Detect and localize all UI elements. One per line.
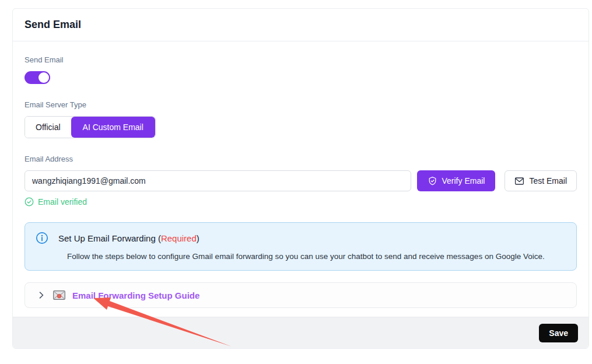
- server-type-option-official[interactable]: Official: [25, 117, 71, 138]
- email-verified-status: Email verified: [24, 197, 577, 206]
- email-verified-text: Email verified: [38, 197, 87, 206]
- test-email-button[interactable]: Test Email: [505, 170, 577, 191]
- send-email-toggle[interactable]: [24, 71, 50, 84]
- card-header: Send Email: [13, 9, 589, 41]
- send-email-toggle-label: Send Email: [24, 55, 577, 64]
- send-email-card: Send Email Send Email Email Server Type …: [12, 8, 589, 349]
- email-row: Verify Email Test Email: [24, 170, 577, 191]
- card-footer: Save: [13, 317, 589, 348]
- alert-body-text: Follow the steps below to configure Gmai…: [67, 252, 566, 261]
- info-icon: [36, 232, 48, 244]
- verify-email-button[interactable]: Verify Email: [417, 170, 496, 191]
- guide-title[interactable]: Email Forwarding Setup Guide: [72, 290, 199, 300]
- email-forwarding-guide-row[interactable]: Email Forwarding Setup Guide: [24, 282, 577, 308]
- email-address-label: Email Address: [24, 155, 577, 163]
- server-type-option-ai-custom[interactable]: AI Custom Email: [71, 117, 155, 138]
- alert-header: Set Up Email Forwarding (Required): [36, 232, 566, 244]
- send-email-page: Send Email Send Email Email Server Type …: [0, 0, 592, 364]
- chevron-right-icon[interactable]: [37, 290, 46, 300]
- envelope-icon: [514, 176, 524, 186]
- alert-title: Set Up Email Forwarding (Required): [58, 233, 199, 243]
- verify-email-label: Verify Email: [442, 176, 485, 186]
- required-badge: Required: [161, 233, 197, 243]
- shield-check-icon: [428, 176, 437, 186]
- check-circle-icon: [24, 197, 34, 206]
- card-body: Send Email Email Server Type Official AI…: [13, 41, 589, 308]
- server-type-label: Email Server Type: [24, 100, 577, 109]
- server-type-segmented-control: Official AI Custom Email: [24, 116, 156, 138]
- email-forwarding-alert: Set Up Email Forwarding (Required) Follo…: [24, 222, 577, 271]
- sealed-envelope-icon: [53, 290, 65, 300]
- save-button[interactable]: Save: [539, 324, 578, 342]
- toggle-knob: [38, 72, 49, 83]
- test-email-label: Test Email: [529, 176, 567, 186]
- email-address-input[interactable]: [24, 170, 411, 191]
- page-title: Send Email: [24, 19, 81, 31]
